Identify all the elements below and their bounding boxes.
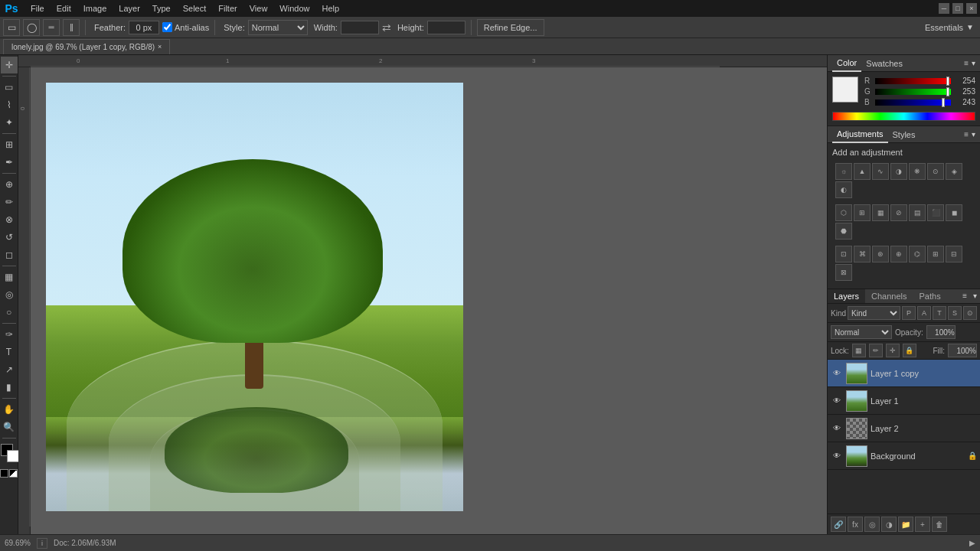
tab-color[interactable]: Color [832,55,861,72]
add-mask-btn[interactable]: ◎ [864,517,880,532]
marquee-single-col-btn[interactable]: ‖ [63,19,80,36]
tab-layers[interactable]: Layers [828,289,865,303]
adj-extra2-icon[interactable]: ⌘ [854,246,871,262]
r-slider-bar[interactable] [875,78,951,84]
minimize-btn[interactable]: ─ [939,3,949,14]
tab-channels[interactable]: Channels [865,289,913,303]
marquee-single-row-btn[interactable]: ═ [43,19,60,36]
menu-type[interactable]: Type [146,2,177,15]
layer-visibility-btn[interactable]: 👁 [831,450,843,462]
workspace-arrow[interactable]: ▼ [966,23,974,31]
adj-extra6-icon[interactable]: ⊞ [927,246,944,262]
text-tool[interactable]: T [1,344,18,360]
heal-tool[interactable]: ⊕ [1,176,18,193]
delete-layer-btn[interactable]: 🗑 [932,517,947,532]
new-layer-btn[interactable]: + [915,517,930,532]
color-spectrum-bar[interactable] [832,112,975,121]
menu-layer[interactable]: Layer [113,2,146,15]
antialias-checkbox[interactable] [162,22,172,32]
add-style-btn[interactable]: fx [848,517,863,532]
layer-item[interactable]: 👁 Layer 1 [828,387,980,415]
adj-extra4-icon[interactable]: ⊕ [890,246,907,262]
adj-vibrance-icon[interactable]: ❋ [909,163,926,180]
tab-paths[interactable]: Paths [913,289,947,303]
tab-styles[interactable]: Styles [888,126,920,143]
menu-file[interactable]: File [24,2,51,15]
kind-select[interactable]: Kind [848,306,900,320]
adj-extra8-icon[interactable]: ⊠ [835,264,852,281]
adj-invert-icon[interactable]: ⊘ [890,204,907,221]
adj-extra5-icon[interactable]: ⌬ [909,246,926,262]
g-slider-bar[interactable] [875,89,951,95]
lasso-tool[interactable]: ⌇ [1,96,18,113]
adj-extra7-icon[interactable]: ⊟ [946,246,962,262]
pen-tool[interactable]: ✑ [1,326,18,343]
rect-marquee-tool[interactable]: ▭ [1,79,18,96]
layer-visibility-btn[interactable]: 👁 [831,422,843,435]
swap-colors-btn[interactable] [9,469,18,478]
eyedropper-tool[interactable]: ✒ [1,154,18,171]
adj-levels-icon[interactable]: ▲ [854,163,871,180]
menu-help[interactable]: Help [315,2,345,15]
adj-brightness-icon[interactable]: ☼ [835,163,852,180]
adj-extra3-icon[interactable]: ⊛ [872,246,889,262]
status-arrow-btn[interactable]: ▶ [969,539,975,547]
menu-select[interactable]: Select [177,2,213,15]
swap-dimensions-btn[interactable]: ⇄ [382,21,391,34]
eraser-tool[interactable]: ◻ [1,246,18,263]
tab-close-btn[interactable]: × [158,43,162,51]
new-group-btn[interactable]: 📁 [898,517,913,532]
width-input[interactable] [341,21,379,34]
layer-filter-shape[interactable]: S [948,306,962,320]
history-brush-tool[interactable]: ↺ [1,229,18,246]
menu-edit[interactable]: Edit [51,2,77,15]
fill-input[interactable] [948,344,977,357]
adj-gradient-map-icon[interactable]: ◼ [946,204,962,221]
document-tab[interactable]: lonely.jpg @ 69.7% (Layer 1 copy, RGB/8)… [3,39,170,54]
color-panel-menu[interactable]: ≡ [964,59,969,67]
lock-paint-btn[interactable]: ✏ [869,344,883,357]
close-btn[interactable]: × [966,3,977,14]
layer-filter-smart[interactable]: ⊙ [963,306,977,320]
lock-transparent-btn[interactable]: ▦ [852,344,866,357]
opacity-input[interactable] [926,325,956,339]
layer-item[interactable]: 👁 Background 🔒 [828,442,980,470]
b-slider-handle[interactable] [942,98,945,107]
hand-tool[interactable]: ✋ [1,401,18,418]
adj-exposure-icon[interactable]: ◑ [890,163,907,180]
crop-tool[interactable]: ⊞ [1,136,18,153]
adj-bw-icon[interactable]: ◐ [835,181,852,198]
adj-selective-color-icon[interactable]: ⬣ [835,223,852,240]
move-tool[interactable]: ✛ [1,57,18,73]
adj-channel-icon[interactable]: ⊞ [854,204,871,221]
menu-filter[interactable]: Filter [212,2,243,15]
layer-visibility-btn[interactable]: 👁 [831,367,843,380]
adj-posterize-icon[interactable]: ▤ [909,204,926,221]
blur-tool[interactable]: ◎ [1,286,18,303]
adj-panel-menu[interactable]: ≡ [964,130,969,139]
layer-item[interactable]: 👁 Layer 1 copy [828,360,980,387]
adj-threshold-icon[interactable]: ⬛ [927,204,944,221]
zoom-tool[interactable]: 🔍 [1,419,18,435]
adj-colorbalance-icon[interactable]: ◈ [946,163,962,180]
height-input[interactable] [427,21,466,34]
layers-panel-menu[interactable]: ≡ [959,289,970,303]
lock-position-btn[interactable]: ✛ [886,344,900,357]
new-adj-layer-btn[interactable]: ◑ [881,517,897,532]
restore-btn[interactable]: □ [952,3,963,14]
layer-filter-adj[interactable]: A [917,306,931,320]
link-layers-btn[interactable]: 🔗 [831,517,846,532]
r-slider-handle[interactable] [946,77,949,86]
gradient-tool[interactable]: ▦ [1,269,18,285]
adj-extra1-icon[interactable]: ⊡ [835,246,852,262]
layer-filter-type[interactable]: T [933,306,946,320]
tab-swatches[interactable]: Swatches [861,55,907,72]
feather-input[interactable] [129,21,159,34]
clone-tool[interactable]: ⊗ [1,211,18,228]
color-panel-collapse[interactable]: ▾ [972,59,975,67]
lock-all-btn[interactable]: 🔒 [903,344,916,357]
marquee-rect-btn[interactable]: ▭ [3,19,20,36]
menu-image[interactable]: Image [77,2,113,15]
layer-visibility-btn[interactable]: 👁 [831,395,843,407]
adj-photo-icon[interactable]: ⬡ [835,204,852,221]
